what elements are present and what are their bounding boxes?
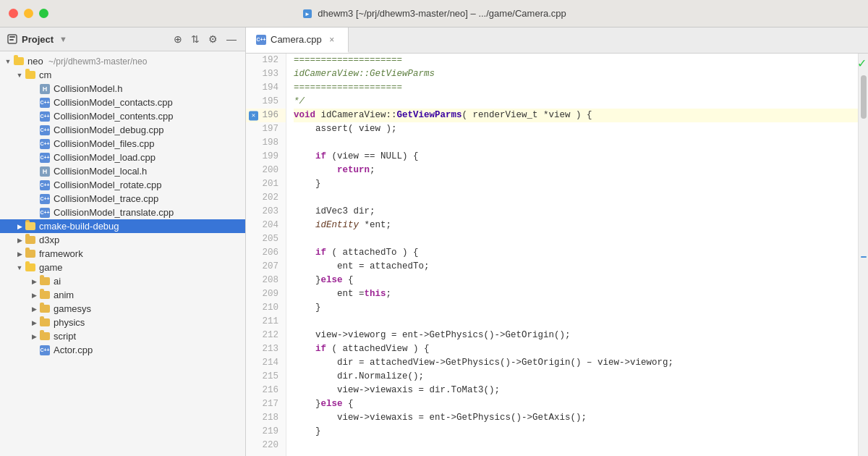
collapse-icon[interactable]: —: [225, 32, 238, 46]
code-normal: }: [294, 301, 321, 315]
file-icon-cpp7: C++: [39, 193, 51, 205]
code-line-209: ent = this;: [294, 287, 858, 301]
tree-item-cm-load[interactable]: C++ CollisionModel_load.cpp: [0, 151, 245, 164]
code-normal: [294, 246, 315, 260]
tree-item-game[interactable]: game: [0, 261, 245, 274]
code-keyword: if: [315, 246, 326, 260]
code-line-192: ====================: [294, 54, 858, 67]
code-normal: {: [343, 397, 354, 411]
file-label-local-h: CollisionModel_local.h: [54, 166, 147, 177]
line-num-195: 195: [246, 95, 286, 109]
tree-item-script[interactable]: script: [0, 329, 245, 343]
cmake-label: cmake-build-debug: [39, 221, 119, 232]
line-num-192: 192: [246, 54, 286, 67]
sort-icon[interactable]: ⇅: [190, 32, 201, 46]
code-line-216: view->viewaxis = dir.ToMat3();: [294, 384, 858, 397]
line-num-198: 198: [246, 136, 286, 150]
code-normal: view->viewaxis = dir.ToMat3();: [294, 384, 500, 397]
tree-item-cm-debug[interactable]: C++ CollisionModel_debug.cpp: [0, 123, 245, 137]
code-normal: *ent;: [359, 219, 391, 232]
tree-item-anim[interactable]: anim: [0, 288, 245, 302]
minimap-indicator: [861, 256, 867, 258]
code-normal: }: [294, 397, 321, 411]
line-num-213: 213: [246, 342, 286, 356]
anim-label: anim: [54, 290, 74, 300]
tree-item-ai[interactable]: ai: [0, 274, 245, 288]
file-tree: neo ~/prj/dhewm3-master/neo cm H Collisi…: [0, 51, 245, 456]
file-icon-h1: H: [39, 83, 51, 95]
file-icon-cpp3: C++: [39, 124, 51, 136]
tree-item-cm-translate[interactable]: C++ CollisionModel_translate.cpp: [0, 206, 245, 219]
title-text: dhewm3 [~/prj/dhewm3-master/neo] – .../g…: [318, 8, 566, 19]
folder-icon-d3xp: [25, 235, 36, 246]
neo-label: neo ~/prj/dhewm3-master/neo: [27, 56, 147, 67]
locate-icon[interactable]: ⊕: [172, 32, 184, 46]
folder-icon-framework: [25, 248, 36, 260]
arrow-framework: [14, 249, 25, 259]
line-num-196: ✕ 196: [246, 109, 286, 122]
dropdown-arrow[interactable]: ▼: [59, 35, 67, 43]
tree-item-physics[interactable]: physics: [0, 316, 245, 329]
tab-filename: Camera.cpp: [271, 34, 322, 45]
tree-item-neo[interactable]: neo ~/prj/dhewm3-master/neo: [0, 54, 245, 68]
project-icon: [7, 34, 17, 44]
file-label-debug: CollisionModel_debug.cpp: [54, 124, 164, 135]
code-line-201: }: [294, 177, 858, 191]
folder-icon-script: [39, 331, 51, 342]
tree-item-cm[interactable]: cm: [0, 68, 245, 82]
editor-scrollbar[interactable]: ✓: [858, 54, 868, 456]
line-num-212: 212: [246, 329, 286, 342]
tree-item-cm-contents[interactable]: C++ CollisionModel_contents.cpp: [0, 109, 245, 123]
tree-item-cm-rotate[interactable]: C++ CollisionModel_rotate.cpp: [0, 178, 245, 192]
tree-item-cmake-build-debug[interactable]: cmake-build-debug: [0, 219, 245, 233]
code-line-196: void idCameraView::GetViewParms( renderV…: [294, 109, 858, 122]
code-span: */: [294, 95, 305, 109]
folder-icon-gamesys: [39, 303, 51, 315]
tree-item-cm-contacts[interactable]: C++ CollisionModel_contacts.cpp: [0, 96, 245, 109]
file-label-translate: CollisionModel_translate.cpp: [54, 207, 174, 218]
code-normal: ( attachedView ) {: [326, 342, 430, 356]
code-keyword: else: [321, 397, 343, 411]
tree-item-d3xp[interactable]: d3xp: [0, 233, 245, 247]
file-label-rotate: CollisionModel_rotate.cpp: [54, 180, 162, 190]
settings-icon[interactable]: ⚙: [207, 32, 219, 46]
code-line-204: idEntity *ent;: [294, 219, 858, 232]
code-normal: view->vieworg = ent->GetPhysics()->GetOr…: [294, 329, 571, 342]
maximize-button[interactable]: [39, 9, 48, 18]
tab-file-icon: C++: [256, 35, 266, 45]
tree-item-cm-files[interactable]: C++ CollisionModel_files.cpp: [0, 137, 245, 151]
line-numbers: 192 193 194 195 ✕ 196 197 198 199 200 20…: [246, 54, 286, 456]
tree-item-framework[interactable]: framework: [0, 247, 245, 261]
code-normal: ( renderView_t *view ) {: [462, 109, 592, 122]
tree-item-cm-local-h[interactable]: H CollisionModel_local.h: [0, 164, 245, 178]
code-normal: [294, 219, 315, 232]
tree-item-cm-trace[interactable]: C++ CollisionModel_trace.cpp: [0, 192, 245, 206]
close-button[interactable]: [9, 9, 18, 18]
file-icon-cpp5: C++: [39, 152, 51, 164]
main-layout: Project ▼ ⊕ ⇅ ⚙ — neo ~/prj/dhewm3-maste…: [0, 28, 868, 456]
code-normal: ent =: [294, 287, 365, 301]
tree-item-CollisionModel-h[interactable]: H CollisionModel.h: [0, 82, 245, 96]
code-line-214: dir = attachedView->GetPhysics()->GetOri…: [294, 356, 858, 370]
file-label: CollisionModel.h: [54, 83, 122, 94]
minimize-button[interactable]: [24, 9, 33, 18]
code-line-212: view->vieworg = ent->GetPhysics()->GetOr…: [294, 329, 858, 342]
arrow-neo: [3, 56, 13, 67]
tab-camera-cpp[interactable]: C++ Camera.cpp ×: [246, 28, 349, 53]
code-content[interactable]: ==================== idCameraView::GetVi…: [286, 54, 858, 456]
code-type: idEntity: [315, 219, 359, 232]
line-num-199: 199: [246, 150, 286, 164]
code-normal: ;: [386, 287, 392, 301]
code-normal: }: [294, 274, 321, 287]
line-num-218: 218: [246, 411, 286, 425]
code-normal: dir = attachedView->GetPhysics()->GetOri…: [294, 356, 673, 370]
tab-close-button[interactable]: ×: [326, 34, 338, 46]
scrollbar-thumb[interactable]: [861, 75, 867, 119]
tree-item-actor-cpp[interactable]: C++ Actor.cpp: [0, 343, 245, 357]
folder-icon-anim: [39, 290, 51, 301]
tree-item-gamesys[interactable]: gamesys: [0, 302, 245, 316]
file-label-contents: CollisionModel_contents.cpp: [54, 111, 173, 122]
code-line-206: if ( attachedTo ) {: [294, 246, 858, 260]
svg-rect-3: [9, 36, 15, 38]
framework-label: framework: [39, 248, 83, 259]
